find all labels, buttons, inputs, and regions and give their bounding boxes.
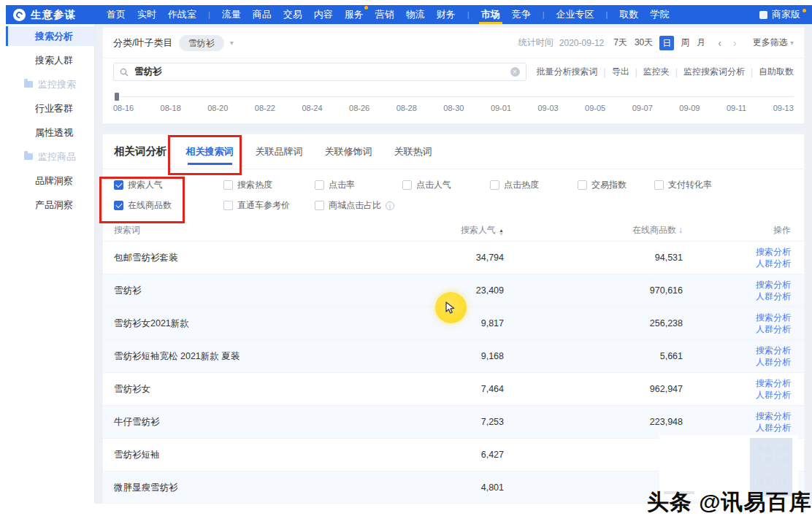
date-range-button[interactable]: 30天 (635, 36, 653, 49)
checkbox-icon (315, 180, 324, 190)
col-search-popularity[interactable]: 搜索人气▲▼ (333, 224, 508, 236)
checkbox-icon (402, 180, 412, 190)
search-popularity-cell: 7,464 (333, 384, 508, 394)
sidebar-item[interactable]: 监控搜索 (6, 74, 94, 94)
keyword-cell: 雪纺衫短袖 (114, 449, 333, 461)
sort-icon[interactable]: ▲▼ (499, 228, 504, 236)
tab[interactable]: 关联修饰词 (325, 134, 372, 169)
more-filter-button[interactable]: 更多筛选 ▾ (753, 36, 794, 49)
nav-item[interactable]: 服务 (345, 5, 364, 24)
row-actions: 搜索分析人群分析 (687, 312, 797, 335)
main-content: 分类/叶子类目 雪纺衫 ▾ 统计时间 2020-09-12 7天30天日周月 ‹… (95, 24, 812, 504)
next-page-button[interactable]: › (733, 37, 737, 49)
nav-item[interactable]: 内容 (314, 5, 333, 24)
sidebar-item[interactable]: 品牌洞察 (6, 171, 94, 191)
metric-checkbox[interactable]: 交易指数 (578, 179, 654, 191)
nav-item[interactable]: 企业专区 (556, 5, 594, 24)
sort-desc-icon[interactable]: ↓ (678, 225, 683, 235)
nav-item[interactable]: 商品 (253, 5, 272, 24)
crowd-analysis-link[interactable]: 人群分析 (687, 356, 791, 368)
sidebar-item[interactable]: 行业客群 (6, 99, 94, 118)
nav-divider: | (467, 10, 470, 19)
crowd-analysis-link[interactable]: 人群分析 (687, 422, 791, 434)
search-box: × (113, 63, 526, 81)
date-range-button[interactable]: 日 (659, 36, 674, 50)
nav-item[interactable]: 财务 (437, 5, 456, 24)
nav-item[interactable]: 取数 (619, 5, 638, 24)
category-label: 分类/叶子类目 (113, 36, 173, 50)
link-divider: | (604, 67, 606, 77)
nav-item[interactable]: 作战室 (168, 5, 196, 24)
metric-checkbox[interactable]: 点击人气 (402, 179, 490, 191)
metric-label: 交易指数 (591, 179, 627, 191)
timeline-date-tick: 09-09 (679, 104, 700, 112)
date-range-button[interactable]: 7天 (613, 36, 627, 49)
date-range-button[interactable]: 周 (681, 36, 689, 49)
row-actions: 搜索分析人群分析 (687, 279, 797, 302)
search-analysis-link[interactable]: 搜索分析 (687, 246, 791, 258)
checkbox-icon (578, 180, 587, 190)
nav-item[interactable]: 学院 (650, 5, 669, 24)
stat-time-value: 2020-09-12 (559, 38, 604, 48)
sidebar-item[interactable]: 属性透视 (6, 123, 94, 142)
quick-link[interactable]: 批量分析搜索词 (537, 66, 598, 78)
nav-item[interactable]: 交易 (283, 5, 302, 24)
date-range-button[interactable]: 月 (697, 36, 705, 49)
search-analysis-link[interactable]: 搜索分析 (687, 279, 791, 291)
app-brand[interactable]: 生意参谋 (13, 8, 76, 22)
search-analysis-link[interactable]: 搜索分析 (687, 312, 791, 323)
col-online-products[interactable]: 在线商品数↓ (508, 224, 687, 236)
quick-link[interactable]: 自助取数 (759, 66, 794, 78)
metric-checkbox[interactable]: 点击率 (315, 179, 402, 191)
monitor-folder-icon (24, 153, 33, 160)
more-filter-label: 更多筛选 (753, 37, 788, 47)
metric-label: 点击人气 (416, 179, 451, 191)
nav-divider: | (606, 10, 608, 19)
sidebar-item[interactable]: 产品洞察 (6, 195, 94, 215)
category-pill[interactable]: 雪纺衫 (179, 35, 224, 51)
metric-checkbox[interactable]: 搜索热度 (223, 179, 315, 191)
quick-link[interactable]: 导出 (612, 66, 629, 78)
nav-item[interactable]: 物流 (406, 5, 425, 24)
quick-link[interactable]: 监控搜索词分析 (683, 66, 745, 78)
keyword-cell: 雪纺衫短袖宽松 2021新款 夏装 (114, 350, 333, 363)
metric-checkbox[interactable]: 直通车参考价 (223, 199, 315, 212)
nav-item[interactable]: 流量 (222, 5, 241, 24)
table-row: 包邮雪纺衫套装34,79494,531搜索分析人群分析 (103, 241, 804, 274)
nav-item[interactable]: 市场 (481, 5, 500, 24)
prev-page-button[interactable]: ‹ (718, 37, 721, 49)
search-analysis-link[interactable]: 搜索分析 (687, 377, 791, 389)
clear-input-icon[interactable]: × (510, 67, 520, 77)
nav-item[interactable]: 实时 (137, 5, 156, 24)
nav-right-item[interactable]: 商家版 (759, 8, 800, 21)
crowd-analysis-link[interactable]: 人群分析 (687, 389, 791, 401)
nav-item[interactable]: 竞争 (512, 5, 531, 24)
tab[interactable]: 关联品牌词 (256, 134, 303, 169)
metric-checkbox[interactable]: 点击热度 (490, 179, 578, 191)
search-popularity-cell: 4,801 (333, 482, 508, 493)
metric-checkbox[interactable]: 商城点击占比i (315, 199, 402, 212)
nav-item[interactable]: 首页 (107, 5, 126, 24)
search-popularity-cell: 7,253 (333, 417, 508, 427)
quick-link[interactable]: 监控夹 (643, 66, 670, 78)
crowd-analysis-link[interactable]: 人群分析 (687, 258, 791, 269)
table-row: 雪纺衫女7,464962,947搜索分析人群分析 (103, 372, 804, 405)
sidebar-item[interactable]: 搜索分析 (6, 26, 94, 46)
tab[interactable]: 关联热词 (394, 134, 432, 169)
timeline-date-tick: 08-28 (397, 104, 417, 112)
keyword-search-input[interactable] (133, 66, 506, 78)
timeline-date-tick: 08-24 (302, 104, 322, 112)
search-analysis-link[interactable]: 搜索分析 (687, 410, 791, 422)
metric-checkbox[interactable]: 支付转化率 (654, 179, 757, 191)
crowd-analysis-link[interactable]: 人群分析 (687, 291, 791, 302)
search-analysis-link[interactable]: 搜索分析 (687, 345, 791, 356)
timeline-slider-handle[interactable] (115, 93, 119, 101)
link-divider: | (635, 67, 637, 77)
crowd-analysis-link[interactable]: 人群分析 (687, 323, 791, 335)
sidebar-item[interactable]: 监控商品 (6, 147, 94, 166)
table-header: 搜索词 搜索人气▲▼ 在线商品数↓ 操作 (103, 220, 804, 241)
annotation-box-checkboxes (99, 177, 185, 223)
nav-item[interactable]: 营销 (375, 5, 394, 24)
sidebar-item[interactable]: 搜索人群 (6, 50, 94, 70)
timeline-date-tick: 08-20 (207, 104, 228, 112)
